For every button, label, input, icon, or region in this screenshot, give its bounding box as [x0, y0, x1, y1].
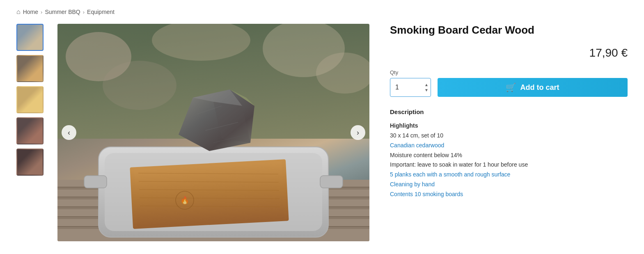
qty-decrement-button[interactable]: ▼: [424, 88, 429, 93]
thumbnail-2[interactable]: [16, 55, 44, 82]
description-list-item: Moisture content below 14%: [390, 151, 628, 160]
next-arrow-button[interactable]: ›: [351, 125, 365, 140]
qty-section: Qty ▲ ▼ 🛒 Add to cart: [390, 69, 628, 97]
svg-point-5: [103, 61, 176, 110]
breadcrumb-summer-bbq[interactable]: Summer BBQ: [45, 9, 80, 15]
main-product-image: 🔥: [57, 24, 369, 241]
qty-spinners: ▲ ▼: [424, 82, 429, 93]
main-image-wrapper: 🔥 ‹ ›: [57, 24, 369, 241]
description-list: Highlights30 x 14 cm, set of 10Canadian …: [390, 121, 628, 199]
description-list-item: Important: leave to soak in water for 1 …: [390, 160, 628, 170]
thumbnail-1[interactable]: [16, 24, 44, 51]
description-list-item: Highlights: [390, 121, 628, 131]
thumbnail-3[interactable]: [16, 86, 44, 113]
description-title: Description: [390, 108, 628, 115]
qty-input-wrapper: ▲ ▼: [390, 78, 431, 97]
breadcrumb-current: Equipment: [87, 9, 115, 15]
page-wrapper: ⌂ Home › Summer BBQ › Equipment: [0, 0, 644, 249]
breadcrumb-sep2: ›: [83, 9, 85, 15]
product-info: Smoking Board Cedar Wood 17,90 € Qty ▲ ▼…: [382, 24, 628, 199]
add-to-cart-button[interactable]: 🛒 Add to cart: [438, 78, 628, 97]
svg-rect-23: [134, 162, 285, 227]
description-list-item: Canadian cedarwood: [390, 141, 628, 151]
qty-label: Qty: [390, 69, 628, 76]
add-to-cart-label: Add to cart: [520, 83, 559, 92]
thumbnail-5[interactable]: [16, 149, 44, 176]
svg-rect-20: [84, 176, 107, 188]
product-price: 17,90 €: [390, 46, 628, 59]
description-list-item: 30 x 14 cm, set of 10: [390, 131, 628, 141]
prev-arrow-button[interactable]: ‹: [62, 125, 76, 140]
svg-rect-21: [320, 176, 343, 188]
qty-increment-button[interactable]: ▲: [424, 82, 429, 87]
thumbnail-4[interactable]: [16, 117, 44, 144]
svg-text:🔥: 🔥: [180, 196, 190, 205]
description-section: Description Highlights30 x 14 cm, set of…: [390, 108, 628, 199]
breadcrumb-home[interactable]: Home: [23, 9, 38, 15]
description-list-item: 5 planks each with a smooth and rough su…: [390, 170, 628, 180]
breadcrumb-sep1: ›: [41, 9, 42, 15]
home-icon: ⌂: [16, 8, 21, 16]
cart-icon: 🛒: [506, 82, 516, 92]
product-title: Smoking Board Cedar Wood: [390, 24, 628, 37]
breadcrumb: ⌂ Home › Summer BBQ › Equipment: [16, 8, 628, 16]
description-list-item: Cleaning by hand: [390, 180, 628, 190]
description-list-item: Contents 10 smoking boards: [390, 190, 628, 199]
product-area: 🔥 ‹ › Smoking Board: [16, 24, 628, 241]
qty-cart-row: ▲ ▼ 🛒 Add to cart: [390, 78, 628, 97]
thumbnail-list: [16, 24, 45, 176]
